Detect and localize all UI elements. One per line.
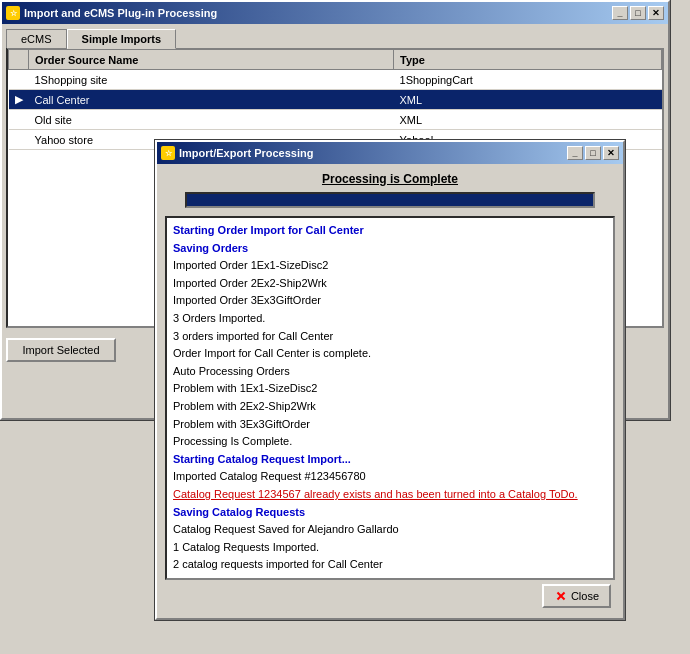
row-arrow: ▶ [9, 90, 29, 110]
table-row[interactable]: ▶Call CenterXML [9, 90, 662, 110]
cell-type: XML [394, 110, 662, 130]
table-header-row: Order Source Name Type [9, 50, 662, 70]
row-arrow [9, 70, 29, 90]
main-maximize-button[interactable]: □ [630, 6, 646, 20]
log-line: 3 Orders Imported. [173, 310, 607, 328]
titlebar-left: ☆ Import and eCMS Plug-in Processing [6, 6, 217, 20]
progress-bar-container [185, 192, 595, 208]
col-type: Type [394, 50, 662, 70]
log-line: Imported Order 2Ex2-Ship2Wrk [173, 275, 607, 293]
log-line: Imported Order 1Ex1-SizeDisc2 [173, 257, 607, 275]
progress-bar-fill [187, 194, 593, 206]
cell-type: XML [394, 90, 662, 110]
cell-order-source-name: Old site [29, 110, 394, 130]
cell-order-source-name: Call Center [29, 90, 394, 110]
close-button-label: Close [571, 590, 599, 602]
dialog-maximize-button[interactable]: □ [585, 146, 601, 160]
log-line: Saving Catalog Requests [173, 504, 607, 522]
dialog-titlebar: ☆ Import/Export Processing _ □ ✕ [157, 142, 623, 164]
dialog-status-label: Processing is Complete [165, 172, 615, 186]
table-row[interactable]: Old siteXML [9, 110, 662, 130]
dialog-icon: ☆ [161, 146, 175, 160]
dialog-window: ☆ Import/Export Processing _ □ ✕ Process… [155, 140, 625, 620]
log-line: Catalog Request 1234567 already exists a… [173, 486, 607, 504]
close-button-icon [554, 589, 568, 603]
log-line: 1 Catalog Requests Imported. [173, 539, 607, 557]
main-titlebar: ☆ Import and eCMS Plug-in Processing _ □… [2, 2, 668, 24]
tabs-area: eCMS Simple Imports [6, 28, 664, 48]
arrow-col-header [9, 50, 29, 70]
dialog-title: Import/Export Processing [179, 147, 313, 159]
tab-simple-imports[interactable]: Simple Imports [67, 29, 176, 49]
dialog-titlebar-controls: _ □ ✕ [567, 146, 619, 160]
log-line: Problem with 3Ex3GiftOrder [173, 416, 607, 434]
log-area[interactable]: Starting Order Import for Call CenterSav… [165, 216, 615, 580]
row-arrow [9, 130, 29, 150]
import-selected-button[interactable]: Import Selected [6, 338, 116, 362]
dialog-body: Processing is Complete Starting Order Im… [157, 164, 623, 618]
main-titlebar-controls: _ □ ✕ [612, 6, 664, 20]
log-line: Problem with 1Ex1-SizeDisc2 [173, 380, 607, 398]
log-line: Problem with 2Ex2-Ship2Wrk [173, 398, 607, 416]
orders-table: Order Source Name Type 1Shopping site1Sh… [8, 49, 662, 150]
table-row[interactable]: 1Shopping site1ShoppingCart [9, 70, 662, 90]
dialog-minimize-button[interactable]: _ [567, 146, 583, 160]
cell-order-source-name: 1Shopping site [29, 70, 394, 90]
log-line: Auto Processing Orders [173, 363, 607, 381]
row-arrow [9, 110, 29, 130]
log-line: Imported Order 3Ex3GiftOrder [173, 292, 607, 310]
main-minimize-button[interactable]: _ [612, 6, 628, 20]
dialog-close-button[interactable]: ✕ [603, 146, 619, 160]
main-window-title: Import and eCMS Plug-in Processing [24, 7, 217, 19]
log-line: Order Import for Call Center is complete… [173, 345, 607, 363]
log-line: 2 catalog requests imported for Call Cen… [173, 556, 607, 574]
log-line: Processing Is Complete. [173, 433, 607, 451]
log-line: Saving Orders [173, 240, 607, 258]
dialog-footer: Close [165, 580, 615, 610]
col-order-source-name: Order Source Name [29, 50, 394, 70]
tab-ecms[interactable]: eCMS [6, 29, 67, 49]
main-close-button[interactable]: ✕ [648, 6, 664, 20]
log-line: Catalog Request Saved for Alejandro Gall… [173, 521, 607, 539]
log-line: Starting Catalog Request Import... [173, 451, 607, 469]
log-line: Imported Catalog Request #123456780 [173, 468, 607, 486]
dialog-titlebar-left: ☆ Import/Export Processing [161, 146, 313, 160]
close-button[interactable]: Close [542, 584, 611, 608]
log-line: 3 orders imported for Call Center [173, 328, 607, 346]
log-line: Starting Order Import for Call Center [173, 222, 607, 240]
cell-type: 1ShoppingCart [394, 70, 662, 90]
main-window-icon: ☆ [6, 6, 20, 20]
